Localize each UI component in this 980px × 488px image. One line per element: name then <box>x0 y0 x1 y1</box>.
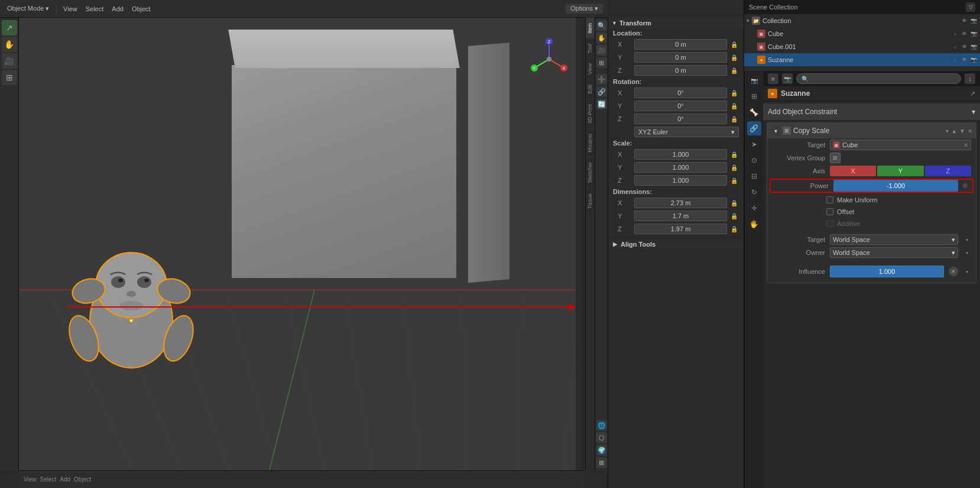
cs-target-space-select[interactable]: World Space ▾ <box>830 234 958 245</box>
checker-icon[interactable]: ⊠ <box>596 457 607 468</box>
constraint-icon-camera[interactable]: 📷 <box>747 73 761 88</box>
cs-mode-chevron-icon[interactable]: ▾ <box>946 128 949 134</box>
rotation-z-field[interactable]: 0° <box>634 114 727 124</box>
cube-visibility-icon[interactable]: 👁 <box>960 30 968 38</box>
dim-x-field[interactable]: 2.73 m <box>634 198 727 208</box>
dim-y-field[interactable]: 1.7 m <box>634 211 727 221</box>
outliner-item-collection[interactable]: ▾ 📁 Collection 👁 📷 <box>744 14 980 27</box>
cs-influence-x-icon[interactable]: ✕ <box>949 267 958 276</box>
axis-z-button[interactable]: Z <box>925 166 971 176</box>
cs-make-uniform-checkbox[interactable] <box>826 196 833 203</box>
scale-y-field[interactable]: 1.000 <box>634 162 727 173</box>
bottom-menu-view[interactable]: View <box>24 476 37 483</box>
sidebar-tab-edit[interactable]: Edit <box>586 79 595 99</box>
constraint-icon-active[interactable]: 🔗 <box>747 121 761 135</box>
constraint-icon-object[interactable]: ⊞ <box>747 89 761 104</box>
sidebar-tab-mixamo[interactable]: Mixamo <box>586 128 595 157</box>
align-tools-header[interactable]: ▶ Align Tools <box>608 239 744 250</box>
dim-z-lock-icon[interactable]: 🔒 <box>729 224 739 234</box>
outliner-item-suzanne[interactable]: ♠ Suzanne ⬦ 👁 📷 <box>744 53 980 66</box>
location-x-field[interactable]: 0 m <box>634 39 727 50</box>
constraint-icon-pivot[interactable]: ✛ <box>747 201 761 215</box>
sidebar-tab-3dprint[interactable]: 3D-Print <box>586 99 595 128</box>
object-expand-icon[interactable]: ↗ <box>970 90 975 98</box>
sc-y-lock-icon[interactable]: 🔒 <box>729 162 739 173</box>
axis-x-button[interactable]: X <box>830 166 876 176</box>
sidebar-tab-tool[interactable]: Tool <box>586 38 595 59</box>
viewport-canvas[interactable]: Z X Y <box>19 18 576 470</box>
outliner-item-cube[interactable]: ▣ Cube ⬦ 👁 📷 <box>744 27 980 40</box>
zoom-icon[interactable]: 🔍 <box>596 20 607 31</box>
bottom-menu-add2[interactable]: Add <box>60 476 70 483</box>
constraints-camera-icon[interactable]: 📷 <box>782 73 793 84</box>
cs-target-space-dot[interactable]: • <box>963 235 971 244</box>
cs-up-icon[interactable]: ▲ <box>951 128 957 134</box>
cs-target-value[interactable]: ▣ Cube ✕ <box>830 140 971 150</box>
cube001-visibility-icon[interactable]: 👁 <box>960 43 968 51</box>
rotation-x-field[interactable]: 0° <box>634 88 727 98</box>
cs-power-dot[interactable] <box>963 183 968 188</box>
bottom-menu-select[interactable]: Select <box>40 476 57 483</box>
sidebar-tab-tissue[interactable]: Tissue <box>586 188 595 214</box>
cube001-render-icon[interactable]: 📷 <box>969 43 978 51</box>
hex-icon[interactable]: ⬡ <box>596 432 607 443</box>
suzanne-teal-icon[interactable]: ⬦ <box>950 56 959 64</box>
cs-owner-space-dot[interactable]: • <box>963 248 971 257</box>
gizmo[interactable]: Z X Y <box>528 38 570 80</box>
constraint-icon-bone[interactable]: 🦴 <box>747 105 761 119</box>
cs-close-icon[interactable]: ✕ <box>968 128 972 134</box>
cs-collapse-icon[interactable]: ▾ <box>771 126 780 135</box>
rot-x-lock-icon[interactable]: 🔒 <box>729 88 739 98</box>
pan-icon[interactable]: ✋ <box>596 33 607 43</box>
transform-section-header[interactable]: ▾ Transform <box>608 18 744 28</box>
location-y-field[interactable]: 0 m <box>634 52 727 63</box>
grid-view-icon[interactable]: ⊞ <box>596 57 607 68</box>
outliner-item-cube001[interactable]: ▣ Cube.001 ⬦ 👁 📷 <box>744 40 980 53</box>
cs-offset-checkbox[interactable] <box>826 208 833 215</box>
rotation-mode-field[interactable]: XYZ Euler ▾ <box>634 127 739 137</box>
sidebar-tab-sketcher[interactable]: Sketcher <box>586 157 595 188</box>
constraints-expand-icon[interactable]: ↕ <box>965 73 975 84</box>
viewport-menu-object[interactable]: Object Mode ▾ <box>5 5 51 12</box>
dim-y-lock-icon[interactable]: 🔒 <box>729 211 739 221</box>
suzanne-render-icon[interactable]: 📷 <box>969 56 978 64</box>
rot-z-lock-icon[interactable]: 🔒 <box>729 114 739 124</box>
add-icon[interactable]: ➕ <box>596 74 607 85</box>
constraint-icon-floor[interactable]: ⊟ <box>747 169 761 183</box>
move-tool-icon[interactable]: ✋ <box>2 37 17 52</box>
constraints-menu-icon[interactable]: ≡ <box>768 73 778 84</box>
collection-render-icon[interactable]: 📷 <box>969 17 978 25</box>
constraint-icon-track[interactable]: ➤ <box>747 137 761 151</box>
cs-power-field[interactable]: -1.000 <box>833 180 958 192</box>
link-icon[interactable]: 🔗 <box>596 86 607 97</box>
camera-tool-icon[interactable]: 🎥 <box>2 53 17 69</box>
viewport-menu-object2[interactable]: Object <box>129 5 153 12</box>
cs-owner-space-select[interactable]: World Space ▾ <box>830 247 958 258</box>
select-tool-icon[interactable]: ↗ <box>2 20 17 35</box>
bottom-menu-object3[interactable]: Object <box>74 476 91 483</box>
suzanne-visibility-icon[interactable]: 👁 <box>960 56 968 64</box>
cs-target-clear-icon[interactable]: ✕ <box>963 142 968 148</box>
loc-x-lock-icon[interactable]: 🔒 <box>729 39 739 50</box>
camera-view-icon[interactable]: 🎥 <box>596 45 607 56</box>
constraint-icon-armature[interactable]: 🖐 <box>747 217 761 231</box>
viewport-menu-view[interactable]: View <box>61 5 80 12</box>
loc-y-lock-icon[interactable]: 🔒 <box>729 52 739 63</box>
dim-x-lock-icon[interactable]: 🔒 <box>729 198 739 208</box>
loc-z-lock-icon[interactable]: 🔒 <box>729 65 739 76</box>
rot-y-lock-icon[interactable]: 🔒 <box>729 101 739 111</box>
scale-x-field[interactable]: 1.000 <box>634 149 727 160</box>
cs-vg-icon[interactable]: ⊞ <box>830 153 841 163</box>
rotation-y-field[interactable]: 0° <box>634 101 727 111</box>
rotate-icon[interactable]: 🔄 <box>596 99 607 109</box>
location-z-field[interactable]: 0 m <box>634 65 727 76</box>
sphere-icon[interactable]: 🌐 <box>596 420 607 431</box>
constraint-icon-follow[interactable]: ↻ <box>747 185 761 199</box>
viewport-menu-select[interactable]: Select <box>83 5 106 12</box>
sc-x-lock-icon[interactable]: 🔒 <box>729 149 739 160</box>
cs-influence-dot[interactable]: • <box>963 267 971 276</box>
sidebar-tab-view[interactable]: View <box>586 58 595 79</box>
sidebar-tab-item[interactable]: Item <box>586 18 595 38</box>
scale-z-field[interactable]: 1.000 <box>634 175 727 186</box>
viewport-menu-add[interactable]: Add <box>109 5 126 12</box>
